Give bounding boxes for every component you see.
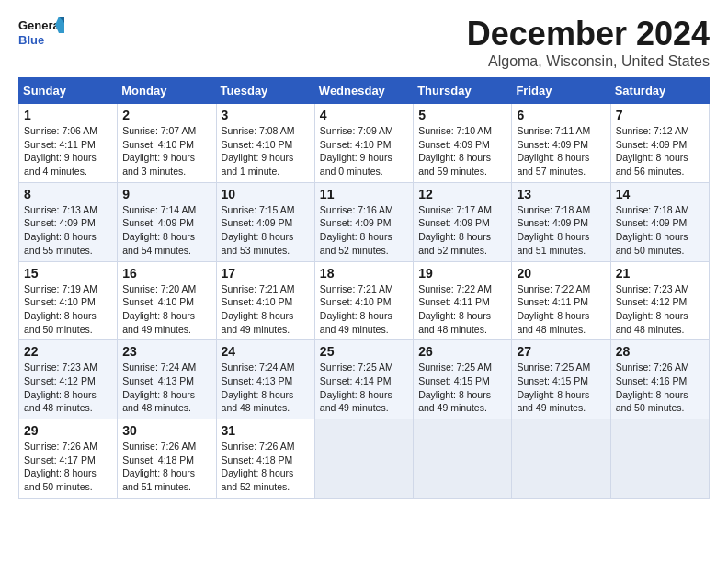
cell-content: Sunrise: 7:26 AMSunset: 4:18 PMDaylight:… [222,440,310,494]
calendar-cell: 5Sunrise: 7:10 AMSunset: 4:09 PMDaylight… [414,104,512,183]
week-row-3: 15Sunrise: 7:19 AMSunset: 4:10 PMDayligh… [19,261,710,340]
calendar-cell: 2Sunrise: 7:07 AMSunset: 4:10 PMDaylight… [118,104,216,183]
day-number: 4 [320,108,408,122]
day-number: 17 [222,266,310,281]
col-header-thursday: Thursday [414,78,512,104]
cell-content: Sunrise: 7:23 AMSunset: 4:12 PMDaylight:… [24,361,112,415]
calendar-cell [610,419,709,499]
cell-content: Sunrise: 7:19 AMSunset: 4:10 PMDaylight:… [24,282,112,337]
calendar-cell: 17Sunrise: 7:21 AMSunset: 4:10 PMDayligh… [216,261,314,340]
cell-content: Sunrise: 7:25 AMSunset: 4:14 PMDaylight:… [320,361,408,415]
cell-content: Sunrise: 7:21 AMSunset: 4:10 PMDaylight:… [320,282,408,337]
day-number: 26 [418,344,506,359]
calendar-cell: 29Sunrise: 7:26 AMSunset: 4:17 PMDayligh… [19,419,118,499]
cell-content: Sunrise: 7:07 AMSunset: 4:10 PMDaylight:… [122,124,210,178]
cell-content: Sunrise: 7:13 AMSunset: 4:09 PMDaylight:… [24,203,112,258]
day-number: 15 [24,266,112,281]
day-number: 9 [122,187,210,201]
header: General Blue December 2024 Algoma, Wisco… [18,15,710,70]
day-number: 23 [122,344,210,359]
week-row-5: 29Sunrise: 7:26 AMSunset: 4:17 PMDayligh… [19,419,710,499]
cell-content: Sunrise: 7:26 AMSunset: 4:17 PMDaylight:… [24,440,112,494]
day-number: 29 [24,423,112,438]
day-number: 6 [517,108,605,122]
calendar-cell: 11Sunrise: 7:16 AMSunset: 4:09 PMDayligh… [314,182,413,261]
calendar-cell: 15Sunrise: 7:19 AMSunset: 4:10 PMDayligh… [19,261,118,340]
cell-content: Sunrise: 7:10 AMSunset: 4:09 PMDaylight:… [418,124,506,178]
day-number: 28 [616,344,704,359]
day-number: 13 [517,187,605,201]
calendar-cell [414,419,512,499]
calendar-cell: 1Sunrise: 7:06 AMSunset: 4:11 PMDaylight… [19,104,118,183]
day-number: 16 [122,266,210,281]
cell-content: Sunrise: 7:15 AMSunset: 4:09 PMDaylight:… [222,203,310,258]
day-number: 20 [517,266,605,281]
calendar-cell: 27Sunrise: 7:25 AMSunset: 4:15 PMDayligh… [512,340,610,419]
cell-content: Sunrise: 7:17 AMSunset: 4:09 PMDaylight:… [418,203,506,258]
day-number: 8 [24,187,112,201]
cell-content: Sunrise: 7:09 AMSunset: 4:10 PMDaylight:… [320,124,408,178]
calendar-cell: 26Sunrise: 7:25 AMSunset: 4:15 PMDayligh… [414,340,512,419]
day-number: 3 [222,108,310,122]
calendar-cell: 4Sunrise: 7:09 AMSunset: 4:10 PMDaylight… [314,104,413,183]
col-header-monday: Monday [118,78,216,104]
calendar-cell: 9Sunrise: 7:14 AMSunset: 4:09 PMDaylight… [118,182,216,261]
cell-content: Sunrise: 7:11 AMSunset: 4:09 PMDaylight:… [517,124,605,178]
week-row-4: 22Sunrise: 7:23 AMSunset: 4:12 PMDayligh… [19,340,710,419]
title-section: December 2024 Algoma, Wisconsin, United … [467,15,710,70]
day-number: 31 [222,423,310,438]
header-row: SundayMondayTuesdayWednesdayThursdayFrid… [19,78,710,104]
cell-content: Sunrise: 7:08 AMSunset: 4:10 PMDaylight:… [222,124,310,178]
calendar-cell: 25Sunrise: 7:25 AMSunset: 4:14 PMDayligh… [314,340,413,419]
cell-content: Sunrise: 7:26 AMSunset: 4:18 PMDaylight:… [122,440,210,494]
calendar-cell: 14Sunrise: 7:18 AMSunset: 4:09 PMDayligh… [610,182,709,261]
cell-content: Sunrise: 7:25 AMSunset: 4:15 PMDaylight:… [517,361,605,415]
calendar-cell: 16Sunrise: 7:20 AMSunset: 4:10 PMDayligh… [118,261,216,340]
calendar-cell: 10Sunrise: 7:15 AMSunset: 4:09 PMDayligh… [216,182,314,261]
day-number: 22 [24,344,112,359]
day-number: 14 [616,187,704,201]
day-number: 5 [418,108,506,122]
cell-content: Sunrise: 7:25 AMSunset: 4:15 PMDaylight:… [418,361,506,415]
calendar-cell [314,419,413,499]
calendar-cell: 24Sunrise: 7:24 AMSunset: 4:13 PMDayligh… [216,340,314,419]
calendar-cell: 13Sunrise: 7:18 AMSunset: 4:09 PMDayligh… [512,182,610,261]
day-number: 10 [222,187,310,201]
calendar-cell: 30Sunrise: 7:26 AMSunset: 4:18 PMDayligh… [118,419,216,499]
week-row-1: 1Sunrise: 7:06 AMSunset: 4:11 PMDaylight… [19,104,710,183]
calendar-cell: 18Sunrise: 7:21 AMSunset: 4:10 PMDayligh… [314,261,413,340]
calendar-cell: 31Sunrise: 7:26 AMSunset: 4:18 PMDayligh… [216,419,314,499]
day-number: 25 [320,344,408,359]
calendar-cell: 28Sunrise: 7:26 AMSunset: 4:16 PMDayligh… [610,340,709,419]
cell-content: Sunrise: 7:16 AMSunset: 4:09 PMDaylight:… [320,203,408,258]
calendar-cell: 7Sunrise: 7:12 AMSunset: 4:09 PMDaylight… [610,104,709,183]
col-header-saturday: Saturday [610,78,709,104]
day-number: 7 [616,108,704,122]
cell-content: Sunrise: 7:23 AMSunset: 4:12 PMDaylight:… [616,282,704,337]
calendar-cell: 21Sunrise: 7:23 AMSunset: 4:12 PMDayligh… [610,261,709,340]
calendar-table: SundayMondayTuesdayWednesdayThursdayFrid… [18,77,710,499]
week-row-2: 8Sunrise: 7:13 AMSunset: 4:09 PMDaylight… [19,182,710,261]
day-number: 27 [517,344,605,359]
calendar-cell: 22Sunrise: 7:23 AMSunset: 4:12 PMDayligh… [19,340,118,419]
day-number: 30 [122,423,210,438]
cell-content: Sunrise: 7:18 AMSunset: 4:09 PMDaylight:… [517,203,605,258]
cell-content: Sunrise: 7:26 AMSunset: 4:16 PMDaylight:… [616,361,704,415]
calendar-cell: 20Sunrise: 7:22 AMSunset: 4:11 PMDayligh… [512,261,610,340]
cell-content: Sunrise: 7:18 AMSunset: 4:09 PMDaylight:… [616,203,704,258]
calendar-cell: 19Sunrise: 7:22 AMSunset: 4:11 PMDayligh… [414,261,512,340]
cell-content: Sunrise: 7:22 AMSunset: 4:11 PMDaylight:… [418,282,506,337]
calendar-cell: 12Sunrise: 7:17 AMSunset: 4:09 PMDayligh… [414,182,512,261]
calendar-cell: 3Sunrise: 7:08 AMSunset: 4:10 PMDaylight… [216,104,314,183]
calendar-cell [512,419,610,499]
cell-content: Sunrise: 7:24 AMSunset: 4:13 PMDaylight:… [222,361,310,415]
cell-content: Sunrise: 7:21 AMSunset: 4:10 PMDaylight:… [222,282,310,337]
logo-svg: General Blue [18,15,64,55]
cell-content: Sunrise: 7:12 AMSunset: 4:09 PMDaylight:… [616,124,704,178]
cell-content: Sunrise: 7:24 AMSunset: 4:13 PMDaylight:… [122,361,210,415]
calendar-cell: 6Sunrise: 7:11 AMSunset: 4:09 PMDaylight… [512,104,610,183]
calendar-cell: 8Sunrise: 7:13 AMSunset: 4:09 PMDaylight… [19,182,118,261]
calendar-cell: 23Sunrise: 7:24 AMSunset: 4:13 PMDayligh… [118,340,216,419]
day-number: 1 [24,108,112,122]
col-header-wednesday: Wednesday [314,78,413,104]
